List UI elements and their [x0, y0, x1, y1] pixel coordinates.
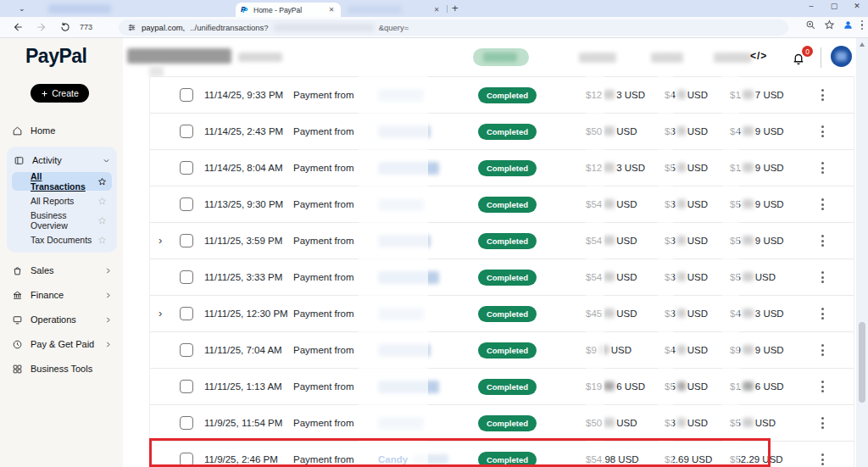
sidebar-item-finance[interactable]: Finance — [7, 284, 117, 306]
business-tools-icon — [12, 364, 23, 375]
minimize-button[interactable]: – — [807, 2, 815, 10]
row-checkbox[interactable] — [180, 197, 193, 211]
scroll-up-arrow-icon[interactable] — [860, 42, 865, 47]
favorite-star-icon[interactable] — [97, 177, 107, 186]
row-menu-button[interactable] — [815, 235, 854, 247]
redacted-digits — [604, 381, 615, 391]
redacted-digits — [677, 418, 686, 427]
payer-name-link[interactable]: Candy — [378, 454, 408, 464]
favorite-star-icon[interactable] — [97, 236, 107, 245]
kebab-icon — [821, 198, 824, 210]
sidebar-item-business-tools[interactable]: Business Tools — [7, 358, 117, 380]
create-button[interactable]: Create — [31, 84, 89, 103]
redacted-digits — [743, 236, 754, 245]
active-tab[interactable]: PP Home - PayPal ✕ — [236, 3, 341, 17]
page-scrollbar[interactable] — [856, 38, 868, 467]
transaction-row[interactable]: › 11/11/25, 1:13 AM Payment from Complet… — [150, 368, 854, 404]
payer-name-cell — [378, 308, 476, 320]
transaction-row[interactable]: › 11/9/25, 2:46 PM Payment from Candy Co… — [150, 441, 854, 467]
profile-avatar-icon[interactable] — [843, 19, 854, 31]
developer-icon[interactable]: </> — [750, 50, 767, 62]
favorite-star-icon[interactable] — [97, 197, 107, 206]
transactions-table: › 11/14/25, 9:33 PM Payment from Complet… — [149, 76, 854, 467]
sidebar-item-tax-documents[interactable]: Tax Documents — [12, 231, 112, 249]
account-avatar[interactable] — [831, 46, 852, 67]
new-tab-button[interactable]: + — [452, 2, 459, 14]
scrollbar-thumb[interactable] — [859, 322, 865, 403]
transaction-row[interactable]: › 11/14/25, 2:43 PM Payment from Complet… — [150, 113, 854, 149]
row-checkbox[interactable] — [180, 453, 193, 466]
gross-amount: $50USD — [539, 418, 645, 428]
transaction-type: Payment from — [293, 454, 378, 464]
browser-menu-icon[interactable] — [861, 20, 864, 31]
row-menu-button[interactable] — [815, 271, 854, 283]
transaction-row[interactable]: › 11/14/25, 9:33 PM Payment from Complet… — [150, 76, 854, 113]
status-cell: Completed — [476, 233, 539, 249]
close-window-button[interactable]: ✕ — [853, 2, 861, 10]
redacted-name — [378, 235, 431, 247]
payer-name-cell — [378, 125, 476, 138]
row-menu-button[interactable] — [815, 89, 854, 101]
transaction-row[interactable]: › 11/11/25, 7:04 AM Payment from Complet… — [150, 331, 854, 368]
sidebar-item-sales[interactable]: Sales — [7, 259, 117, 281]
redacted-header-item — [579, 53, 616, 63]
address-bar[interactable]: paypal.com, ../unifiedtransactions? &que… — [119, 19, 788, 36]
sidebar-item-pay-get-paid[interactable]: Pay & Get Paid — [7, 333, 117, 355]
expand-chevron-icon[interactable]: › — [159, 307, 175, 320]
sidebar-item-home[interactable]: Home — [7, 120, 117, 142]
row-checkbox[interactable] — [180, 125, 193, 138]
row-checkbox[interactable] — [180, 270, 193, 284]
kebab-icon — [821, 344, 824, 356]
row-menu-button[interactable] — [815, 308, 854, 320]
transaction-row[interactable]: › 11/13/25, 9:30 PM Payment from Complet… — [150, 186, 854, 222]
close-tab-icon[interactable]: ✕ — [432, 6, 441, 14]
net-amount: $19 USD — [713, 163, 815, 173]
favorite-star-icon[interactable] — [97, 216, 107, 225]
redacted-digits — [677, 236, 686, 245]
sidebar-item-all-reports[interactable]: All Reports — [12, 192, 112, 210]
sidebar-item-business-overview[interactable]: Business Overview — [12, 211, 112, 230]
row-menu-button[interactable] — [815, 198, 854, 210]
zoom-icon[interactable] — [805, 19, 816, 31]
sidebar-item-all-transactions[interactable]: All Transactions — [12, 172, 112, 191]
row-menu-button[interactable] — [815, 162, 854, 174]
reload-icon[interactable] — [59, 21, 71, 33]
transaction-row[interactable]: › 11/11/25, 12:30 PM Payment from Comple… — [150, 295, 854, 331]
inactive-tab[interactable]: ✕ — [342, 3, 446, 17]
tab-search-chevron-icon[interactable]: ⌄ — [19, 4, 29, 14]
row-menu-button[interactable] — [815, 417, 854, 429]
notifications-button[interactable]: 0 — [791, 47, 810, 68]
row-menu-button[interactable] — [815, 344, 854, 356]
row-menu-button[interactable] — [815, 125, 854, 137]
row-checkbox[interactable] — [180, 416, 193, 430]
site-settings-icon[interactable] — [127, 23, 136, 32]
transaction-row[interactable]: › 11/11/25, 3:59 PM Payment from Complet… — [150, 222, 854, 259]
header-divider — [821, 47, 821, 68]
bookmark-star-icon[interactable] — [824, 19, 835, 31]
row-checkbox[interactable] — [180, 380, 193, 393]
row-menu-button[interactable] — [815, 381, 854, 392]
fee-amount: $3USD — [645, 272, 713, 282]
expand-chevron-icon[interactable]: › — [159, 234, 175, 247]
transaction-row[interactable]: › 11/14/25, 8:04 AM Payment from Complet… — [150, 149, 854, 186]
fee-amount: $5USD — [645, 163, 713, 173]
row-checkbox[interactable] — [180, 88, 193, 102]
maximize-button[interactable]: ▢ — [830, 2, 838, 10]
row-checkbox[interactable] — [180, 161, 193, 175]
row-checkbox[interactable] — [180, 234, 193, 247]
row-checkbox[interactable] — [180, 307, 193, 320]
forward-icon[interactable] — [36, 21, 47, 33]
payer-name-cell — [378, 162, 476, 175]
net-amount: $49 USD — [713, 126, 815, 136]
back-icon[interactable] — [12, 21, 24, 33]
transaction-date: 11/11/25, 7:04 AM — [204, 345, 293, 355]
row-menu-button[interactable] — [815, 453, 854, 465]
transaction-row[interactable]: › 11/11/25, 3:33 PM Payment from Complet… — [150, 259, 854, 295]
redacted-name — [378, 417, 424, 430]
sidebar-item-activity[interactable]: Activity — [8, 149, 115, 171]
transaction-row[interactable]: › 11/9/25, 11:54 PM Payment from Complet… — [150, 404, 854, 441]
close-tab-icon[interactable]: ✕ — [327, 6, 336, 14]
sidebar-item-operations[interactable]: Operations — [7, 309, 117, 331]
payer-name-cell — [378, 381, 476, 393]
row-checkbox[interactable] — [180, 343, 193, 357]
